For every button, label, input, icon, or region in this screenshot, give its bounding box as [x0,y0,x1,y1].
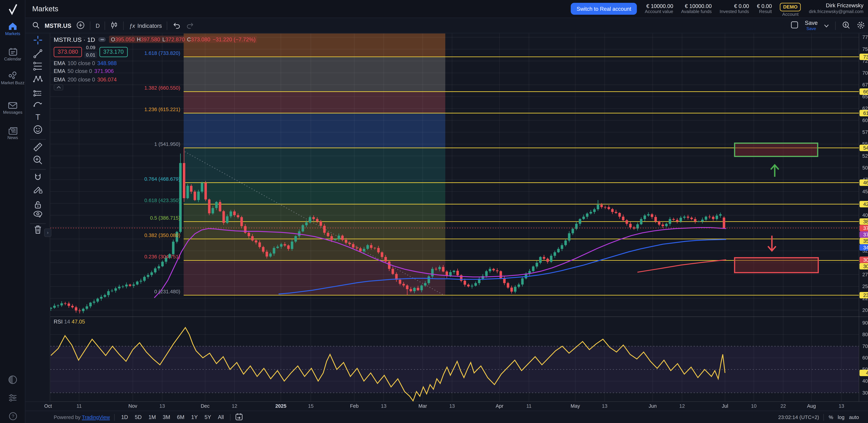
price-tick: 400.000 [862,212,868,218]
target-box-upper[interactable] [735,143,818,156]
stat-value: € 10000.00 [681,3,712,9]
chart-area[interactable]: 1.618 (733.820)1.382 (660.550)1.236 (615… [25,33,868,411]
redo-icon[interactable] [186,21,195,30]
range-button-3m[interactable]: 3M [161,413,172,421]
account-stat: € 0.00Result [757,3,772,15]
range-button-all[interactable]: All [216,413,225,421]
draw-tool-hide-drawings-icon[interactable] [32,209,43,220]
quick-search-icon[interactable] [842,21,850,30]
go-to-date-icon[interactable] [235,413,243,422]
chevron-down-icon[interactable] [824,22,829,29]
axis-badge-label: 350.080 [863,238,868,244]
time-tick: 22 [780,403,786,409]
scale-button-log[interactable]: log [838,414,844,420]
draw-tool-text-icon[interactable]: T [32,112,43,123]
mail-icon [0,102,25,109]
undo-icon[interactable] [173,21,181,30]
search-icon[interactable] [32,21,39,30]
sidebar-theme-button[interactable] [0,375,25,387]
svg-text:T: T [35,113,40,122]
stat-value: € 0.00 [757,3,772,9]
draw-tool-emoji-icon[interactable] [32,124,43,135]
time-tick: 13 [381,403,386,409]
layout-icon[interactable] [791,21,799,30]
sidebar-item-label: Market Buzz [0,81,25,86]
legend-collapse-button[interactable] [54,84,63,90]
time-tick: 10 [751,403,756,409]
target-box-lower[interactable] [735,258,818,273]
draw-tool-fib-retracement-icon[interactable] [32,60,43,72]
draw-tool-zoom-in-icon[interactable] [32,154,43,165]
axis-badge-label: 733.820 [863,54,868,60]
range-button-1d[interactable]: 1D [119,413,130,421]
time-axis[interactable] [25,401,868,411]
fib-level-label: 1.382 (660.550) [145,85,180,91]
sidebar-item-calendar[interactable]: Calendar [0,48,25,62]
sidebar-item-news[interactable]: News [0,127,25,141]
save-button[interactable]: Save Save [805,20,818,31]
tradingview-link[interactable]: TradingView [82,414,110,420]
scale-button-auto[interactable]: auto [849,414,859,420]
sidebar-item-markets[interactable]: Markets [0,22,25,37]
fib-level-label: 0.764 (468.679) [145,176,180,182]
range-button-1y[interactable]: 1Y [190,413,199,421]
indicators-button[interactable]: ƒx Indicators [129,22,162,29]
draw-tool-trash-icon[interactable] [32,224,43,235]
draw-tool-brush-icon[interactable] [32,98,43,110]
sidebar-preferences-button[interactable] [0,394,25,404]
draw-tool-long-position-icon[interactable] [32,88,43,99]
brand-logo-icon[interactable] [0,2,25,17]
draw-tool-ruler-icon[interactable] [32,141,43,153]
stat-value: € 10000.00 [645,3,673,9]
chart-canvas[interactable]: 1.618 (733.820)1.382 (660.550)1.236 (615… [25,33,868,411]
axis-badge-label: 231.480 [863,293,868,298]
time-tick: 13 [839,403,844,409]
news-icon [0,127,25,135]
range-button-6m[interactable]: 6M [175,413,186,421]
ema-legend-row[interactable]: EMA100 close 0348.988 [54,60,117,66]
down-arrow-drawing[interactable] [768,236,776,251]
up-arrow-drawing[interactable] [771,165,779,177]
sidebar-help-button[interactable]: ? [0,412,25,423]
switch-to-real-account-button[interactable]: Switch to Real account [571,3,637,14]
interval-button[interactable]: D [96,22,100,29]
range-button-1m[interactable]: 1M [147,413,158,421]
draw-tool-trend-line-icon[interactable] [32,48,43,59]
symbol-search-button[interactable]: MSTR.US [44,22,71,29]
compare-add-icon[interactable] [76,21,85,30]
ema-legend-row[interactable]: EMA200 close 0306.074 [54,77,117,83]
price-axis[interactable]: 775.000750.000725.000700.000675.000650.0… [860,34,868,395]
sidebar-item-label: Messages [0,110,25,115]
chart-type-candles-icon[interactable] [111,21,118,30]
sidebar-item-market-buzz[interactable]: Market Buzz [0,71,25,86]
fib-level-label: 0.5 (386.715) [150,215,180,221]
watchlist-drawer-handle[interactable]: › [44,229,51,237]
legend-symbol-title[interactable]: MSTR.US · 1D [54,36,95,43]
clock-label[interactable]: 23:02:14 (UTC+2) [778,414,819,420]
legend-visibility-toggle[interactable] [99,37,106,41]
fx-icon: ƒx [129,22,135,29]
top-header: Markets Switch to Real account € 10000.0… [25,0,868,18]
ema-value: 306.074 [97,77,117,83]
stat-label: Available funds [681,9,712,15]
rsi-tick: 60.00 [862,355,868,361]
draw-tool-magnet-icon[interactable] [32,172,43,183]
draw-tool-crosshair-icon[interactable] [32,35,43,46]
settings-gear-icon[interactable] [857,21,865,30]
sidebar-item-messages[interactable]: Messages [0,102,25,115]
time-tick: Dec [201,403,210,409]
draw-tool-edit-lock-icon[interactable] [32,184,43,195]
stat-label: Invested funds [720,9,749,15]
toolbar-divider [30,139,46,140]
time-tick: Jul [722,403,728,409]
sell-price-button[interactable]: 373.080 [54,47,82,57]
ema-legend-row[interactable]: EMA50 close 0371.906 [54,68,114,74]
range-button-5d[interactable]: 5D [133,413,144,421]
scale-button-%[interactable]: % [829,414,833,420]
time-tick: 11 [526,403,532,409]
buy-price-button[interactable]: 373.170 [99,47,128,57]
range-button-5y[interactable]: 5Y [203,413,213,421]
axis-badge-label: 348.988 [863,245,868,250]
draw-tool-xabcd-pattern-icon[interactable] [32,73,43,85]
price-tick: 600.000 [862,118,868,123]
